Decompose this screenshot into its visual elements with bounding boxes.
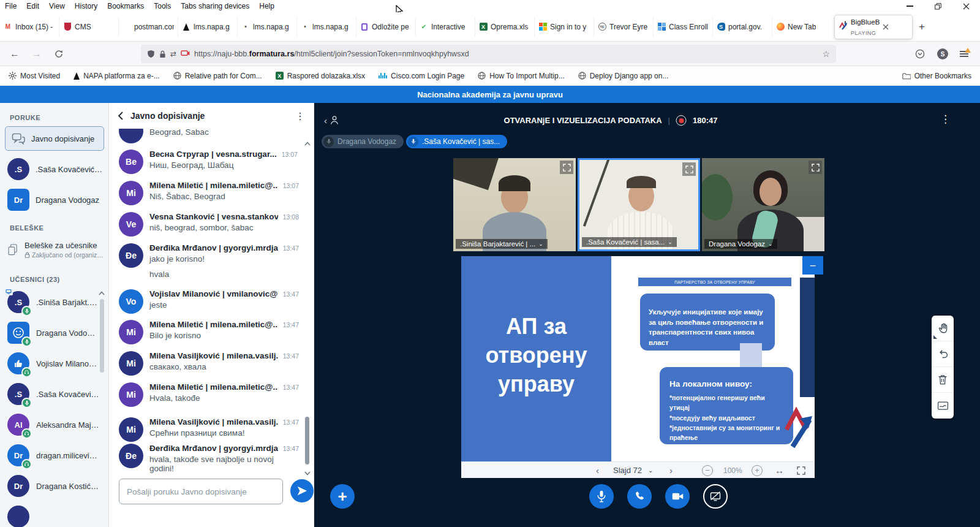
tab-trevor[interactable]: TE Trevor Eyre xyxy=(594,17,654,37)
talker-pill-speaking[interactable]: .Saša Kovačević | sas... xyxy=(406,135,507,148)
window-restore-button[interactable] xyxy=(924,0,952,12)
menu-bookmarks[interactable]: Bookmarks xyxy=(102,2,149,10)
participant-dragana-vodogaz[interactable]: Dragana Vodogaz xyxy=(5,317,102,348)
reload-button[interactable] xyxy=(51,47,66,61)
tab-bigbluebutton-active[interactable]: BigBlueB PLAYING xyxy=(834,15,913,39)
slide-canvas[interactable]: АП за отворену управу ПАРТНЕРСТВО ЗА ОТВ… xyxy=(461,256,815,461)
participants-scroll-up[interactable] xyxy=(99,290,105,297)
sidebar-item-chat-sasa[interactable]: .S .Saša Kovačević | sas... xyxy=(5,156,107,183)
menu-edit[interactable]: Edit xyxy=(21,2,44,10)
webcam-fullscreen-icon[interactable] xyxy=(809,161,822,174)
recording-indicator-icon[interactable] xyxy=(181,50,190,58)
participant-dragana-kostic[interactable]: Dr Dragana Kostić N... xyxy=(5,471,102,501)
webcam-name-label[interactable]: .Saša Kovačević | sasa...⌄ xyxy=(582,237,677,247)
bookmark-star-icon[interactable]: ☆ xyxy=(822,49,830,59)
tab-lms-napa-1[interactable]: lms.napa.g xyxy=(178,17,238,37)
zoom-in-button[interactable]: + xyxy=(752,462,763,479)
tab-close-icon[interactable] xyxy=(883,24,889,30)
webcam-share-button[interactable] xyxy=(665,484,690,509)
menu-file[interactable]: File xyxy=(0,2,21,10)
participant-vojislav[interactable]: Vojislav Milanovi... xyxy=(5,348,102,379)
tab-new-tab[interactable]: New Tab xyxy=(772,17,832,37)
tab-inbox[interactable]: M Inbox (15) - xyxy=(0,17,59,37)
hide-userlist-button[interactable]: ‹ xyxy=(324,114,341,126)
menu-tools[interactable]: Tools xyxy=(149,2,176,10)
multi-user-whiteboard-button[interactable] xyxy=(932,393,954,419)
menu-history[interactable]: History xyxy=(70,2,102,10)
chat-message-input[interactable] xyxy=(127,487,275,496)
bookmark-deploy-django[interactable]: Deploy Django app on... xyxy=(578,72,669,80)
actions-plus-button[interactable]: + xyxy=(330,484,355,509)
next-slide-button[interactable]: › xyxy=(669,462,673,479)
account-avatar[interactable]: S xyxy=(935,47,950,61)
forward-button[interactable]: → xyxy=(29,47,44,61)
leave-audio-button[interactable] xyxy=(627,484,652,509)
mute-microphone-button[interactable] xyxy=(589,484,614,509)
send-message-button[interactable] xyxy=(290,479,314,502)
hamburger-menu-icon[interactable] xyxy=(957,47,971,61)
sidebar-item-chat-dragana[interactable]: Dr Dragana Vodogaz xyxy=(5,186,107,213)
new-tab-button[interactable]: + xyxy=(913,21,931,33)
window-minimize-button[interactable] xyxy=(895,0,924,12)
chat-scroll-up[interactable] xyxy=(304,137,311,148)
minimize-presentation-button[interactable]: – xyxy=(802,256,823,275)
clear-annotations-button[interactable] xyxy=(932,367,954,393)
fit-width-icon[interactable]: ↔ xyxy=(775,462,784,479)
bookmark-cisco[interactable]: Cisco.com Login Page xyxy=(379,72,464,80)
chat-scroll-down[interactable] xyxy=(304,467,311,478)
menu-tabs-sharing[interactable]: Tabs sharing devices xyxy=(176,2,254,10)
chat-message-list[interactable]: Beograd, Šabac Be Весна Стругар | vesna.… xyxy=(109,129,304,475)
webcam-fullscreen-icon[interactable] xyxy=(682,162,696,176)
permissions-icon[interactable]: ⇄ xyxy=(170,50,176,58)
webcam-name-label[interactable]: .Siniša Barjaktarević | ...⌄ xyxy=(456,239,548,249)
participants-scrollbar[interactable] xyxy=(100,299,104,373)
chat-message: Mi Milena Miletić | milena.miletic@...13… xyxy=(119,181,296,205)
participant-sinisa[interactable]: .S .Siniša Barjakt...(Ti) xyxy=(5,287,102,317)
bookmark-raspored[interactable]: X Raspored dolazaka.xlsx xyxy=(276,72,365,80)
slide-number-dropdown[interactable]: Slajd 72⌄ xyxy=(613,462,653,479)
tab-odlozite[interactable]: Odložite pe xyxy=(356,17,416,37)
other-bookmarks[interactable]: Other Bookmarks xyxy=(902,72,971,80)
back-chevron-icon[interactable] xyxy=(118,112,123,120)
chat-options-menu-icon[interactable]: ⋮ xyxy=(295,110,306,122)
back-button[interactable]: ← xyxy=(7,47,22,61)
bookmark-relative-path[interactable]: Relative path for Com... xyxy=(173,72,262,80)
sidebar-item-public-chat[interactable]: Javno dopisivanje xyxy=(5,126,104,151)
pocket-icon[interactable] xyxy=(913,47,927,61)
webcam-fullscreen-icon[interactable] xyxy=(560,161,573,174)
tab-signin[interactable]: Sign in to y xyxy=(535,17,594,37)
tab-portal-gov[interactable]: S portal.gov. xyxy=(713,17,772,37)
pan-tool-button[interactable] xyxy=(932,316,954,341)
tab-oprema[interactable]: X Oprema.xls xyxy=(475,17,535,37)
menu-view[interactable]: View xyxy=(44,2,70,10)
screenshare-button[interactable] xyxy=(703,484,728,509)
bookmark-how-to-import[interactable]: How To Import Multip... xyxy=(478,72,564,80)
participant-dragan-milicevic[interactable]: Dr dragan.milicevic |... xyxy=(5,440,102,471)
undo-annotation-button[interactable] xyxy=(932,341,954,367)
sidebar-item-shared-notes[interactable]: Beleške za učesnike Zaključano od (organ… xyxy=(5,235,107,265)
talker-pill-muted[interactable]: Dragana Vodogaz xyxy=(322,135,404,148)
options-menu-icon[interactable]: ⋮ xyxy=(940,113,951,126)
presentation-fullscreen-icon[interactable] xyxy=(797,462,805,479)
bookmark-napa[interactable]: NAPA platforma za e-... xyxy=(74,72,160,80)
tab-class-enroll[interactable]: Class Enroll xyxy=(654,17,713,37)
url-bar[interactable]: ⇄ https://naju-bbb.formatura.rs/html5cli… xyxy=(141,45,836,63)
shield-icon[interactable] xyxy=(147,50,155,58)
tab-cms[interactable]: CMS xyxy=(59,17,119,37)
bookmark-most-visited[interactable]: Most Visited xyxy=(9,72,60,80)
menu-help[interactable]: Help xyxy=(254,2,279,10)
tab-lms-napa-2[interactable]: • lms.napa.g xyxy=(238,17,297,37)
previous-slide-button[interactable]: ‹ xyxy=(596,462,599,479)
window-close-button[interactable] xyxy=(952,0,980,12)
webcam-name-label[interactable]: Dragana Vodogaz⌄ xyxy=(704,239,777,249)
recording-indicator[interactable] xyxy=(676,115,687,126)
participant-partial[interactable] xyxy=(5,501,102,527)
tab-lms-napa-3[interactable]: • lms.napa.g xyxy=(297,17,356,37)
zoom-out-button[interactable]: − xyxy=(702,462,713,479)
tab-postman[interactable]: postman.com/ xyxy=(119,17,178,37)
participant-aleksandra[interactable]: Al Aleksandra Majki... xyxy=(5,409,102,440)
chat-scrollbar[interactable] xyxy=(305,417,309,464)
tab-interactive[interactable]: ✔ Interactive xyxy=(416,17,475,37)
lock-icon[interactable] xyxy=(159,50,166,58)
participant-sasa[interactable]: .S .Saša Kovačević | ... xyxy=(5,379,102,409)
